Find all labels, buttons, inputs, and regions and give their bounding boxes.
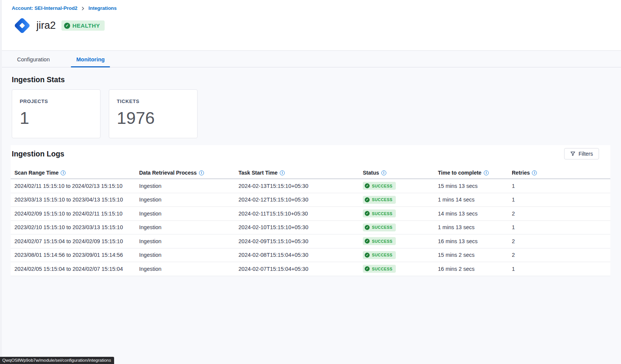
ingestion-logs-heading: Ingestion Logs (12, 150, 64, 158)
cell-data-retrieval-process: Ingestion (139, 252, 238, 258)
check-circle-icon: ✓ (365, 197, 370, 202)
cell-data-retrieval-process: Ingestion (139, 224, 238, 230)
column-label: Data Retrieval Process (139, 170, 197, 176)
info-icon[interactable]: i (61, 170, 66, 175)
stat-label: TICKETS (117, 98, 190, 104)
stat-card-tickets: TICKETS 1976 (109, 89, 198, 138)
health-status-badge: ✓ HEALTHY (61, 20, 105, 31)
info-icon[interactable]: i (280, 170, 285, 175)
cell-data-retrieval-process: Ingestion (139, 266, 238, 272)
tab-bar: Configuration Monitoring (0, 51, 621, 67)
tab-monitoring[interactable]: Monitoring (71, 53, 110, 67)
ingestion-logs-panel: Ingestion Logs Filters Scan Range TimeiD… (11, 145, 610, 276)
cell-status: ✓ SUCCESS (363, 223, 438, 231)
column-header-scan-range-time: Scan Range Timei (14, 170, 139, 176)
stats-cards-row: PROJECTS 1 TICKETS 1976 (12, 89, 609, 138)
cell-scan-range-time: 2024/02/05 15:15:04 to 2024/02/07 15:15:… (14, 266, 139, 272)
status-badge: ✓ SUCCESS (363, 196, 396, 204)
column-label: Retries (512, 170, 530, 176)
tab-configuration[interactable]: Configuration (12, 53, 55, 67)
integration-title-row: jira2 ✓ HEALTHY (12, 15, 609, 36)
column-header-retries: Retriesi (512, 170, 610, 176)
column-header-time-to-complete: Time to completei (438, 170, 512, 176)
table-row: 2023/02/10 15:15:10 to 2023/03/13 15:15:… (11, 221, 610, 235)
check-circle-icon: ✓ (365, 211, 370, 216)
breadcrumb-integrations-link[interactable]: Integrations (88, 5, 116, 11)
cell-time-to-complete: 16 mins 13 secs (438, 238, 512, 244)
page-header: Account: SEI-Internal-Prod2 Integrations… (0, 0, 621, 51)
column-header-task-start-time: Task Start Timei (238, 170, 363, 176)
check-circle-icon: ✓ (365, 225, 370, 230)
column-header-status: Statusi (363, 170, 438, 176)
check-circle-icon: ✓ (365, 239, 370, 244)
check-circle-icon: ✓ (365, 253, 370, 258)
cell-status: ✓ SUCCESS (363, 237, 438, 245)
cell-retries: 1 (512, 266, 610, 272)
cell-time-to-complete: 14 mins 13 secs (438, 211, 512, 217)
column-label: Scan Range Time (14, 170, 58, 176)
status-badge: ✓ SUCCESS (363, 223, 396, 231)
filters-button-label: Filters (579, 151, 593, 157)
stat-label: PROJECTS (20, 98, 93, 104)
cell-task-start-time: 2024-02-13T15:15:10+05:30 (238, 183, 363, 189)
breadcrumb-account-link[interactable]: Account: SEI-Internal-Prod2 (12, 5, 77, 11)
status-badge: ✓ SUCCESS (363, 251, 396, 259)
cell-time-to-complete: 16 mins 2 secs (438, 266, 512, 272)
cell-task-start-time: 2024-02-12T15:15:10+05:30 (238, 197, 363, 203)
table-row: 2024/02/07 15:15:04 to 2024/02/09 15:15:… (11, 234, 610, 248)
table-row: 2023/08/01 15:14:56 to 2023/09/01 15:14:… (11, 248, 610, 262)
ingestion-stats-heading: Ingestion Stats (12, 75, 609, 84)
table-row: 2023/03/13 15:15:10 to 2023/04/13 15:15:… (11, 193, 610, 207)
ingestion-logs-header: Ingestion Logs Filters (11, 145, 610, 163)
cell-retries: 2 (512, 238, 610, 244)
check-circle-icon: ✓ (365, 266, 370, 271)
cell-retries: 1 (512, 183, 610, 189)
filter-funnel-icon (570, 151, 576, 156)
info-icon[interactable]: i (381, 170, 386, 175)
stat-value: 1 (20, 109, 93, 127)
cell-retries: 2 (512, 211, 610, 217)
cell-task-start-time: 2024-02-09T15:15:10+05:30 (238, 238, 363, 244)
cell-data-retrieval-process: Ingestion (139, 183, 238, 189)
window-left-edge (0, 0, 2, 364)
breadcrumb: Account: SEI-Internal-Prod2 Integrations (12, 5, 609, 11)
cell-time-to-complete: 15 mins 2 secs (438, 252, 512, 258)
cell-time-to-complete: 1 mins 13 secs (438, 224, 512, 230)
cell-status: ✓ SUCCESS (363, 209, 438, 217)
cell-retries: 1 (512, 224, 610, 230)
column-header-data-retrieval-process: Data Retrieval Processi (139, 170, 238, 176)
info-icon[interactable]: i (199, 170, 204, 175)
cell-time-to-complete: 15 mins 13 secs (438, 183, 512, 189)
cell-scan-range-time: 2023/08/01 15:14:56 to 2023/09/01 15:14:… (14, 252, 139, 258)
cell-task-start-time: 2024-02-08T15:15:04+05:30 (238, 252, 363, 258)
health-status-label: HEALTHY (72, 22, 100, 29)
cell-time-to-complete: 1 mins 14 secs (438, 197, 512, 203)
column-label: Task Start Time (238, 170, 278, 176)
cell-task-start-time: 2024-02-07T15:15:04+05:30 (238, 266, 363, 272)
chevron-right-icon (81, 6, 85, 11)
link-preview-status-bar: QwqOSllWp9ob7w/module/sei/configuration/… (0, 357, 114, 364)
stat-card-projects: PROJECTS 1 (12, 89, 100, 138)
cell-data-retrieval-process: Ingestion (139, 211, 238, 217)
cell-scan-range-time: 2023/03/13 15:15:10 to 2023/04/13 15:15:… (14, 197, 139, 203)
logs-table-body: 2024/02/11 15:15:10 to 2024/02/13 15:15:… (11, 179, 610, 276)
logs-table-header: Scan Range TimeiData Retrieval ProcessiT… (11, 167, 610, 179)
jira-logo-icon (12, 15, 33, 36)
cell-scan-range-time: 2023/02/10 15:15:10 to 2023/03/13 15:15:… (14, 224, 139, 230)
cell-retries: 1 (512, 197, 610, 203)
check-circle-icon: ✓ (365, 183, 370, 188)
info-icon[interactable]: i (484, 170, 489, 175)
stat-value: 1976 (117, 109, 190, 127)
page-title: jira2 (36, 20, 56, 31)
info-icon[interactable]: i (532, 170, 537, 175)
status-badge: ✓ SUCCESS (363, 237, 396, 245)
table-row: 2024/02/09 15:15:10 to 2024/02/11 15:15:… (11, 207, 610, 221)
cell-status: ✓ SUCCESS (363, 265, 438, 273)
cell-status: ✓ SUCCESS (363, 182, 438, 190)
filters-button[interactable]: Filters (564, 148, 599, 159)
cell-status: ✓ SUCCESS (363, 196, 438, 204)
cell-status: ✓ SUCCESS (363, 251, 438, 259)
ingestion-logs-table: Scan Range TimeiData Retrieval ProcessiT… (11, 167, 610, 276)
cell-task-start-time: 2024-02-10T15:15:10+05:30 (238, 224, 363, 230)
table-row: 2024/02/11 15:15:10 to 2024/02/13 15:15:… (11, 179, 610, 193)
